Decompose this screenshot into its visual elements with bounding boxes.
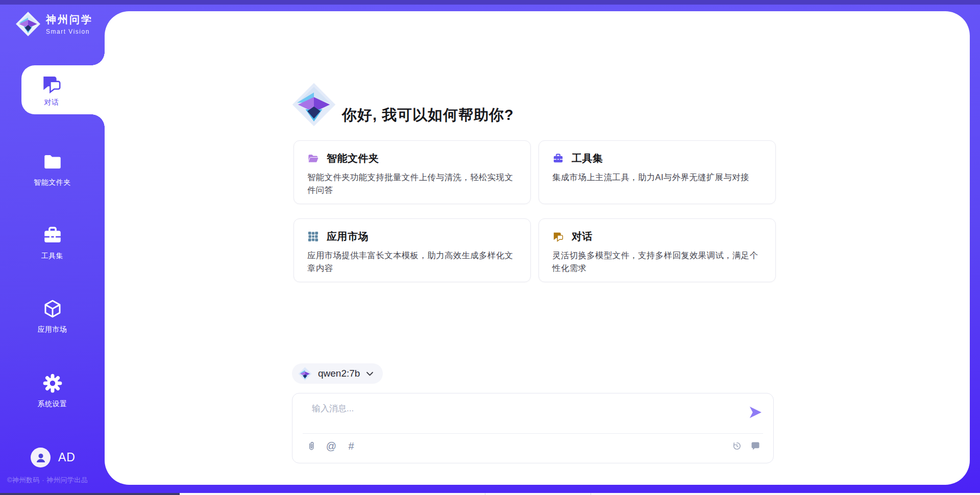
topic-button[interactable]: #: [346, 440, 357, 452]
card-app-market[interactable]: 应用市场 应用市场提供丰富长文本模板，助力高效生成多样化文章内容: [293, 218, 531, 282]
greeting-title: 你好, 我可以如何帮助你?: [342, 105, 514, 126]
sidebar-item-label: 系统设置: [0, 400, 105, 409]
send-button[interactable]: [748, 405, 763, 420]
user-account[interactable]: AD: [31, 448, 76, 467]
greeting-logo: [291, 82, 336, 127]
send-icon: [748, 405, 763, 420]
diamond-logo-icon: [15, 11, 41, 37]
card-description: 集成市场上主流工具，助力AI与外界无缝扩展与对接: [552, 171, 762, 184]
card-description: 灵活切换多模型文件，支持多样回复效果调试，满足个性化需求: [552, 249, 762, 275]
card-description: 应用市场提供丰富长文本模板，助力高效生成多样化文章内容: [307, 249, 517, 275]
chat-icon: [552, 231, 564, 242]
avatar: [31, 448, 51, 467]
history-button[interactable]: [731, 440, 742, 452]
mention-button[interactable]: @: [326, 440, 337, 452]
app-name: 神州问学: [46, 13, 93, 27]
folder-open-icon: [307, 153, 319, 164]
main-panel: 你好, 我可以如何帮助你? 智能文件夹 智能文件夹功能支持批量文件上传与清洗，轻…: [105, 11, 970, 485]
person-icon: [35, 452, 47, 464]
user-initials: AD: [58, 451, 76, 464]
attach-file-button[interactable]: [306, 440, 317, 452]
composer-divider: [303, 433, 763, 434]
sidebar-item-app-market[interactable]: 应用市场: [0, 298, 105, 334]
card-smart-folder[interactable]: 智能文件夹 智能文件夹功能支持批量文件上传与清洗，轻松实现文件问答: [293, 140, 531, 204]
sidebar: 神州问学 Smart Vision 对话 智能文件夹 工具集: [0, 0, 105, 495]
sidebar-item-label: 应用市场: [0, 325, 105, 334]
card-title: 智能文件夹: [327, 152, 379, 165]
folder-icon: [42, 151, 63, 172]
app-logo: 神州问学 Smart Vision: [15, 11, 93, 37]
model-name: qwen2:7b: [318, 368, 360, 379]
history-icon: [731, 441, 742, 451]
diamond-logo-icon: [291, 82, 336, 127]
toolbox-icon: [552, 153, 564, 164]
message-composer: @ #: [292, 393, 774, 463]
chevron-down-icon: [366, 371, 374, 377]
at-icon: @: [326, 441, 336, 451]
sidebar-item-settings[interactable]: 系统设置: [0, 373, 105, 409]
sidebar-item-chat[interactable]: 对话: [21, 65, 105, 114]
sidebar-item-label: 智能文件夹: [0, 178, 105, 187]
conversation-button[interactable]: [750, 440, 761, 452]
model-logo-icon: [298, 367, 312, 381]
message-input[interactable]: [312, 403, 730, 429]
card-title: 工具集: [572, 152, 603, 165]
horizontal-scrollbar[interactable]: [0, 493, 980, 495]
cube-icon: [42, 298, 63, 319]
gear-icon: [42, 373, 63, 394]
scrollbar-segment: [0, 493, 180, 495]
window-top-strip: [0, 0, 980, 5]
toolbox-icon: [42, 225, 63, 246]
chat-icon: [41, 73, 62, 94]
copyright-text: ©神州数码 · 神州问学出品: [7, 476, 88, 485]
chat-bubble-icon: [750, 441, 761, 451]
sidebar-item-label: 对话: [44, 98, 59, 107]
model-selector[interactable]: qwen2:7b: [292, 363, 383, 384]
app-subtitle: Smart Vision: [46, 28, 93, 35]
sidebar-item-smart-folder[interactable]: 智能文件夹: [0, 151, 105, 187]
scrollbar-tick: [591, 493, 591, 495]
sidebar-item-toolset[interactable]: 工具集: [0, 225, 105, 261]
paperclip-icon: [306, 441, 316, 451]
feature-cards: 智能文件夹 智能文件夹功能支持批量文件上传与清洗，轻松实现文件问答 工具集 集成…: [293, 140, 776, 282]
card-description: 智能文件夹功能支持批量文件上传与清洗，轻松实现文件问答: [307, 171, 517, 196]
card-chat[interactable]: 对话 灵活切换多模型文件，支持多样回复效果调试，满足个性化需求: [538, 218, 776, 282]
grid-icon: [307, 231, 319, 242]
card-toolset[interactable]: 工具集 集成市场上主流工具，助力AI与外界无缝扩展与对接: [538, 140, 776, 204]
card-title: 应用市场: [327, 230, 369, 243]
scrollbar-tick: [485, 493, 485, 495]
card-title: 对话: [572, 230, 593, 243]
sidebar-item-label: 工具集: [0, 252, 105, 261]
hash-icon: #: [348, 441, 354, 451]
